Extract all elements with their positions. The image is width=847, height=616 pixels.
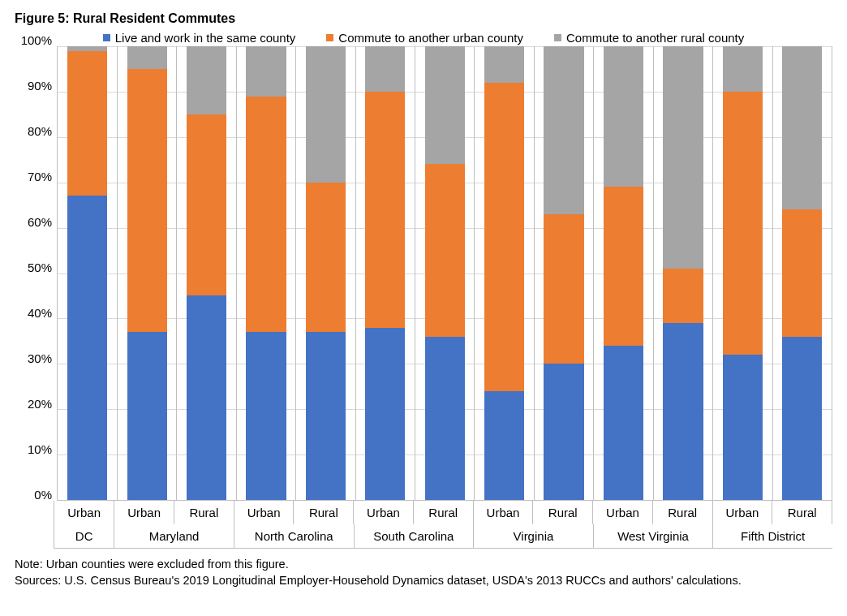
stacked-bar bbox=[782, 46, 822, 500]
stacked-bar bbox=[306, 46, 346, 500]
legend-item: Commute to another rural county bbox=[554, 31, 744, 45]
legend-swatch bbox=[554, 34, 561, 41]
x-sublabel: Rural bbox=[413, 501, 473, 524]
chart-area: 100%90%80%70%60%50%40%30%20%10%0% bbox=[18, 46, 832, 501]
legend-item: Live and work in the same county bbox=[103, 31, 296, 45]
bar-subgroup bbox=[534, 46, 593, 500]
bar-segment bbox=[663, 46, 703, 269]
axis-group: UrbanRural bbox=[353, 501, 472, 524]
bar-segment bbox=[663, 323, 703, 500]
x-group-label: Virginia bbox=[473, 524, 593, 549]
bar-segment bbox=[127, 46, 167, 69]
x-axis-sublabels: UrbanUrbanRuralUrbanRuralUrbanRuralUrban… bbox=[54, 501, 832, 524]
bar-segment bbox=[127, 332, 167, 500]
source-text: Sources: U.S. Census Bureau's 2019 Longi… bbox=[15, 573, 832, 589]
bar-segment bbox=[782, 209, 822, 337]
bar-group bbox=[355, 46, 475, 500]
bar-segment bbox=[67, 196, 108, 500]
legend-item: Commute to another urban county bbox=[326, 31, 523, 45]
x-sublabel: Urban bbox=[114, 501, 174, 524]
bar-segment bbox=[365, 92, 405, 328]
bar-segment bbox=[604, 187, 643, 346]
bar-segment bbox=[425, 337, 465, 500]
stacked-bar bbox=[425, 46, 465, 500]
x-sublabel: Urban bbox=[713, 501, 772, 524]
x-axis-group-labels: DCMarylandNorth CarolinaSouth CarolinaVi… bbox=[54, 524, 832, 549]
bar-subgroup bbox=[653, 46, 712, 500]
x-sublabel: Urban bbox=[54, 501, 114, 524]
stacked-bar bbox=[246, 46, 286, 500]
bar-segment bbox=[484, 391, 524, 500]
note-text: Note: Urban counties were excluded from … bbox=[15, 557, 832, 573]
axis-group: UrbanRural bbox=[114, 501, 233, 524]
bar-subgroup bbox=[176, 46, 235, 500]
bar-segment bbox=[187, 114, 226, 296]
stacked-bar bbox=[663, 46, 703, 500]
grid-line bbox=[57, 500, 832, 501]
bar-subgroup bbox=[356, 46, 415, 500]
chart-title: Figure 5: Rural Resident Commutes bbox=[15, 11, 832, 26]
stacked-bar bbox=[365, 46, 405, 500]
stacked-bar bbox=[604, 46, 643, 500]
axis-group: UrbanRural bbox=[234, 501, 353, 524]
bar-segment bbox=[723, 355, 763, 500]
stacked-bar bbox=[67, 46, 108, 500]
axis-group: Urban bbox=[54, 501, 114, 524]
bar-segment bbox=[484, 83, 524, 391]
bar-segment bbox=[306, 46, 346, 183]
stacked-bar bbox=[127, 46, 167, 500]
bar-segment bbox=[246, 332, 286, 500]
bar-segment bbox=[306, 183, 346, 332]
bar-segment bbox=[246, 46, 286, 96]
bar-subgroup bbox=[58, 46, 117, 500]
legend-swatch bbox=[103, 34, 110, 41]
bar-segment bbox=[127, 69, 167, 332]
bar-segment bbox=[306, 332, 346, 500]
legend-swatch bbox=[326, 34, 333, 41]
bar-segment bbox=[663, 269, 703, 323]
bar-segment bbox=[723, 46, 763, 92]
axis-group: UrbanRural bbox=[592, 501, 712, 524]
stacked-bar bbox=[187, 46, 226, 500]
bar-group bbox=[474, 46, 593, 500]
bar-segment bbox=[604, 46, 643, 187]
bar-group bbox=[712, 46, 832, 500]
axis-group: UrbanRural bbox=[712, 501, 832, 524]
x-group-label: DC bbox=[54, 524, 114, 549]
bar-subgroup bbox=[475, 46, 533, 500]
bar-segment bbox=[365, 46, 405, 92]
x-sublabel: Urban bbox=[593, 501, 652, 524]
x-sublabel: Rural bbox=[293, 501, 353, 524]
x-group-label: Maryland bbox=[114, 524, 234, 549]
bar-segment bbox=[782, 337, 822, 500]
x-sublabel: Urban bbox=[354, 501, 413, 524]
bar-subgroup bbox=[594, 46, 652, 500]
bar-subgroup bbox=[237, 46, 295, 500]
bar-subgroup bbox=[713, 46, 772, 500]
legend-label: Live and work in the same county bbox=[115, 31, 296, 45]
x-sublabel: Rural bbox=[652, 501, 712, 524]
x-group-label: Fifth District bbox=[712, 524, 832, 549]
bar-subgroup bbox=[772, 46, 832, 500]
bar-segment bbox=[187, 46, 226, 114]
bar-subgroup bbox=[118, 46, 176, 500]
y-axis: 100%90%80%70%60%50%40%30%20%10%0% bbox=[18, 46, 57, 501]
legend-label: Commute to another urban county bbox=[338, 31, 523, 45]
bar-group bbox=[236, 46, 355, 500]
stacked-bar bbox=[544, 46, 583, 500]
bar-subgroup bbox=[295, 46, 355, 500]
bar-segment bbox=[782, 46, 822, 209]
x-sublabel: Rural bbox=[174, 501, 234, 524]
bar-segment bbox=[544, 364, 583, 500]
bar-segment bbox=[484, 46, 524, 83]
x-sublabel: Urban bbox=[234, 501, 294, 524]
stacked-bar bbox=[723, 46, 763, 500]
x-sublabel: Rural bbox=[532, 501, 592, 524]
bar-segment bbox=[246, 97, 286, 333]
axis-group: UrbanRural bbox=[473, 501, 592, 524]
bar-segment bbox=[425, 46, 465, 164]
legend: Live and work in the same countyCommute … bbox=[15, 31, 832, 45]
bar-group bbox=[117, 46, 236, 500]
stacked-bar bbox=[484, 46, 524, 500]
x-group-label: North Carolina bbox=[234, 524, 354, 549]
